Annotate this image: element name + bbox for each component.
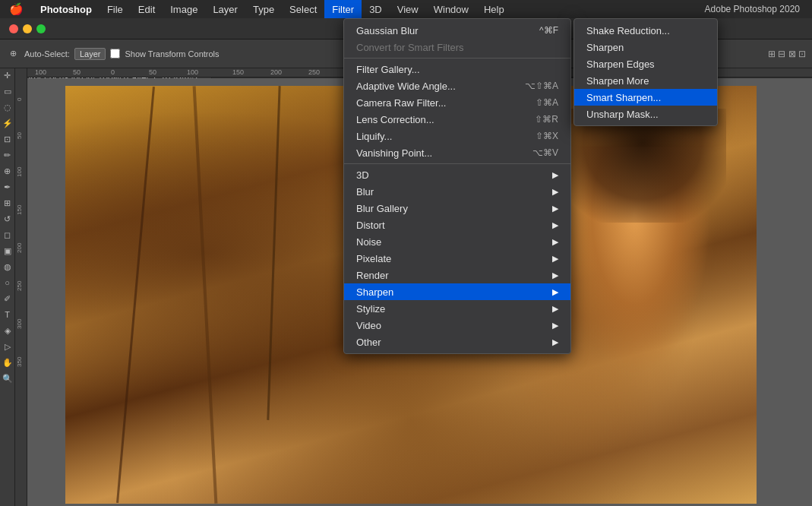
dodge-icon[interactable]: ○ <box>1 276 14 289</box>
separator-1 <box>344 58 570 59</box>
menu-item-blur[interactable]: Blur ▶ <box>344 183 570 200</box>
fullscreen-button[interactable] <box>36 24 46 33</box>
menu-help[interactable]: Help <box>476 0 512 18</box>
smart-sharpen-label: Smart Sharpen... <box>586 92 661 103</box>
menu-layer[interactable]: Layer <box>205 0 245 18</box>
menu-item-pixelate[interactable]: Pixelate ▶ <box>344 250 570 267</box>
menu-item-liquify[interactable]: Liquify... ⇧⌘X <box>344 128 570 144</box>
menu-image[interactable]: Image <box>163 0 205 18</box>
type-icon[interactable]: T <box>1 308 14 321</box>
svg-text:300: 300 <box>16 318 23 329</box>
menu-3d[interactable]: 3D <box>362 0 390 18</box>
eyedropper-icon[interactable]: ✏ <box>1 148 14 162</box>
menu-photoshop[interactable]: Photoshop <box>33 0 100 18</box>
svg-text:350: 350 <box>16 356 23 367</box>
distort-arrow-icon: ▶ <box>552 220 558 230</box>
noise-label: Noise <box>356 236 381 248</box>
submenu-sharpen-edges[interactable]: Sharpen Edges <box>574 55 717 72</box>
apple-menu[interactable]: 🍎 <box>0 0 33 18</box>
lens-correction-shortcut: ⇧⌘R <box>535 114 558 125</box>
menu-window[interactable]: Window <box>426 0 476 18</box>
svg-text:250: 250 <box>16 280 23 291</box>
menu-filter[interactable]: Filter <box>324 0 362 18</box>
svg-text:100: 100 <box>187 68 198 76</box>
menu-item-3d[interactable]: 3D ▶ <box>344 166 570 183</box>
move-icon[interactable]: ✛ <box>1 68 14 82</box>
menu-type[interactable]: Type <box>245 0 282 18</box>
render-arrow-icon: ▶ <box>552 270 558 280</box>
history-icon[interactable]: ↺ <box>1 212 14 226</box>
auto-select-label: Auto-Select: <box>24 49 70 59</box>
sharpen-more-label: Sharpen More <box>586 75 649 87</box>
gradient-icon[interactable]: ▣ <box>1 244 14 258</box>
menu-item-other[interactable]: Other ▶ <box>344 334 570 350</box>
svg-text:100: 100 <box>35 68 46 76</box>
menu-edit[interactable]: Edit <box>131 0 163 18</box>
svg-text:150: 150 <box>232 68 244 76</box>
convert-smart-label: Convert for Smart Filters <box>356 42 464 53</box>
menu-item-gaussian-blur[interactable]: Gaussian Blur ^⌘F <box>344 22 570 39</box>
selection-icon[interactable]: ▭ <box>1 84 14 98</box>
pen-icon[interactable]: ✐ <box>1 292 14 305</box>
minimize-button[interactable] <box>23 24 32 33</box>
submenu-shake-reduction[interactable]: Shake Reduction... <box>574 22 717 39</box>
menu-file[interactable]: File <box>100 0 131 18</box>
submenu-sharpen-more[interactable]: Sharpen More <box>574 72 717 89</box>
path-icon[interactable]: ◈ <box>1 324 14 337</box>
menu-item-render[interactable]: Render ▶ <box>344 267 570 283</box>
separator-2 <box>344 163 570 164</box>
svg-text:200: 200 <box>270 68 282 76</box>
clone-icon[interactable]: ⊞ <box>1 196 14 210</box>
sharpen-arrow-icon: ▶ <box>552 287 558 297</box>
submenu-smart-sharpen[interactable]: Smart Sharpen... <box>574 89 717 106</box>
liquify-label: Liquify... <box>356 131 392 142</box>
vertical-ruler: 0 50 100 150 200 250 300 350 <box>15 65 27 506</box>
svg-text:150: 150 <box>16 204 23 215</box>
pixelate-arrow-icon: ▶ <box>552 254 558 264</box>
shape-icon[interactable]: ▷ <box>1 340 14 353</box>
show-transform-label: Show Transform Controls <box>125 49 219 59</box>
liquify-shortcut: ⇧⌘X <box>536 131 558 141</box>
menu-item-sharpen[interactable]: Sharpen ▶ <box>344 283 570 300</box>
hand-icon[interactable]: ✋ <box>1 356 14 369</box>
sharpen-edges-label: Sharpen Edges <box>586 59 655 70</box>
svg-text:250: 250 <box>308 68 320 76</box>
svg-text:200: 200 <box>16 242 23 253</box>
menu-select[interactable]: Select <box>282 0 324 18</box>
svg-text:100: 100 <box>16 166 23 177</box>
menu-item-stylize[interactable]: Stylize ▶ <box>344 300 570 317</box>
stylize-label: Stylize <box>356 303 385 315</box>
adaptive-wide-label: Adaptive Wide Angle... <box>356 81 456 92</box>
gaussian-blur-label: Gaussian Blur <box>356 25 419 36</box>
menu-item-noise[interactable]: Noise ▶ <box>344 233 570 250</box>
lasso-icon[interactable]: ◌ <box>1 100 14 114</box>
menu-item-video[interactable]: Video ▶ <box>344 317 570 334</box>
sharpen-submenu: Shake Reduction... Sharpen Sharpen Edges… <box>573 18 718 126</box>
menu-item-distort[interactable]: Distort ▶ <box>344 217 570 233</box>
menu-item-lens-correction[interactable]: Lens Correction... ⇧⌘R <box>344 111 570 128</box>
close-button[interactable] <box>9 24 18 33</box>
blur-tool-icon[interactable]: ◍ <box>1 260 14 274</box>
show-transform-checkbox[interactable] <box>110 49 120 59</box>
menu-item-camera-raw[interactable]: Camera Raw Filter... ⇧⌘A <box>344 94 570 111</box>
zoom-icon[interactable]: 🔍 <box>1 372 14 385</box>
submenu-unsharp-mask[interactable]: Unsharp Mask... <box>574 106 717 122</box>
svg-text:0: 0 <box>16 97 23 101</box>
menu-item-blur-gallery[interactable]: Blur Gallery ▶ <box>344 200 570 217</box>
brush-icon[interactable]: ✒ <box>1 180 14 194</box>
filter-gallery-label: Filter Gallery... <box>356 64 420 75</box>
menu-item-adaptive-wide[interactable]: Adaptive Wide Angle... ⌥⇧⌘A <box>344 77 570 94</box>
menu-item-vanishing-point[interactable]: Vanishing Point... ⌥⌘V <box>344 144 570 161</box>
menu-view[interactable]: View <box>390 0 426 18</box>
magic-wand-icon[interactable]: ⚡ <box>1 116 14 130</box>
crop-icon[interactable]: ⊡ <box>1 132 14 146</box>
eraser-icon[interactable]: ◻ <box>1 228 14 242</box>
gaussian-blur-shortcut: ^⌘F <box>539 25 558 36</box>
submenu-sharpen[interactable]: Sharpen <box>574 39 717 55</box>
healing-icon[interactable]: ⊕ <box>1 164 14 178</box>
menu-item-convert-smart: Convert for Smart Filters <box>344 39 570 55</box>
menu-item-filter-gallery[interactable]: Filter Gallery... <box>344 61 570 77</box>
layer-dropdown[interactable]: Layer <box>74 48 106 60</box>
stylize-arrow-icon: ▶ <box>552 304 558 314</box>
camera-raw-label: Camera Raw Filter... <box>356 97 446 109</box>
